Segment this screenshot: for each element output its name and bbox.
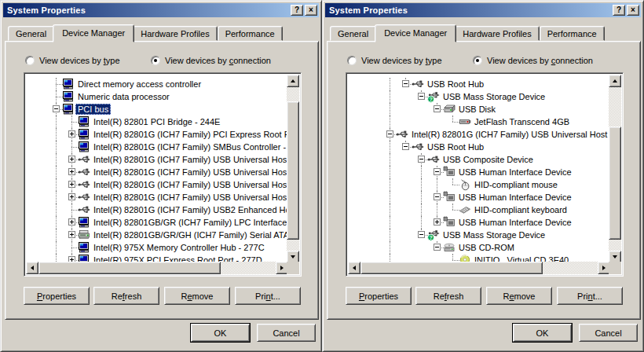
tree-row[interactable]: HID-compliant keyboard [348, 204, 610, 216]
vertical-scrollbar[interactable] [609, 75, 621, 263]
radio-view-devices-by-type[interactable]: View devices by type [25, 55, 120, 66]
tree-row[interactable]: USB Composite Device [348, 153, 610, 166]
tree-row[interactable]: Intel(R) 82801GB/GR (ICH7 Family) LPC In… [26, 216, 288, 229]
tree-row[interactable]: Intel(R) 82801G (ICH7 Family) USB Univer… [26, 153, 288, 166]
radio-view-devices-by-connection[interactable]: View devices by connection [473, 55, 593, 66]
scroll-up-button[interactable] [609, 75, 621, 87]
tree-item-label[interactable]: JetFlash Transcend 4GB [472, 116, 572, 127]
horizontal-scrollbar[interactable] [348, 262, 610, 274]
refresh-button[interactable]: Refresh [415, 287, 481, 305]
collapse-minus-box[interactable] [53, 105, 60, 112]
properties-button[interactable]: Properties [346, 287, 412, 305]
tree-row[interactable]: USB Disk [348, 103, 610, 116]
tree-item-label[interactable]: Numeric data processor [75, 91, 172, 102]
tree-row[interactable]: Intel(R) 82801G (ICH7 Family) PCI Expres… [26, 128, 288, 141]
collapse-minus-box[interactable] [418, 156, 425, 163]
expand-plus-box[interactable] [68, 218, 75, 226]
tree-item-label[interactable]: Intel(R) 82801GB/GR (ICH7 Family) LPC In… [91, 217, 288, 228]
tree-row[interactable]: Numeric data processor [26, 90, 288, 103]
scroll-up-button[interactable] [287, 75, 299, 87]
remove-button[interactable]: Remove [486, 287, 552, 305]
titlebar[interactable]: System Properties ? × [325, 3, 641, 17]
expand-plus-box[interactable] [68, 181, 75, 188]
ok-button[interactable]: OK [513, 324, 572, 342]
radio-button-icon[interactable] [347, 56, 357, 65]
tree-row[interactable]: Intel(R) 82801G (ICH7 Family) USB Univer… [26, 191, 288, 204]
tree-row[interactable]: ?USB Mass Storage Device [348, 229, 610, 241]
help-button[interactable]: ? [291, 5, 303, 16]
print-button[interactable]: Print... [235, 287, 301, 305]
tree-item-label[interactable]: HID-compliant mouse [472, 179, 560, 190]
tree-item-label[interactable]: Intel(R) 975X Memory Controller Hub - 27… [91, 242, 267, 253]
tree-item-label[interactable]: Intel(R) 82801G (ICH7 Family) USB Univer… [91, 167, 288, 178]
collapse-minus-box[interactable] [434, 244, 441, 251]
tab-device-manager[interactable]: Device Manager [375, 24, 456, 42]
tree-item-label[interactable]: USB Human Interface Device [456, 217, 574, 228]
tree-item-label[interactable]: Intel(R) 82801G (ICH7 Family) SMBus Cont… [91, 141, 288, 152]
tree-row[interactable]: USB Human Interface Device [348, 191, 610, 204]
tree-item-label[interactable]: Direct memory access controller [75, 79, 203, 90]
tab-hardware-profiles[interactable]: Hardware Profiles [455, 26, 539, 41]
tree-item-label[interactable]: USB Root Hub [425, 141, 486, 152]
collapse-minus-box[interactable] [418, 231, 425, 238]
radio-button-icon[interactable] [473, 56, 482, 65]
close-button[interactable]: × [627, 5, 639, 16]
tree-item-label[interactable]: USB Root Hub [425, 79, 486, 90]
expand-plus-box[interactable] [68, 193, 75, 200]
tree-row[interactable]: Intel(R) 82801GB/GR/GH (ICH7 Family) Ser… [26, 229, 288, 241]
cancel-button[interactable]: Cancel [257, 324, 316, 342]
vertical-scrollbar-thumb[interactable] [609, 126, 621, 240]
titlebar[interactable]: System Properties ? × [3, 3, 319, 17]
expand-plus-box[interactable] [68, 168, 75, 175]
cancel-button[interactable]: Cancel [579, 324, 638, 342]
collapse-minus-box[interactable] [434, 193, 441, 200]
tree-item-label[interactable]: USB Composite Device [441, 154, 536, 165]
tree-item-label[interactable]: Intel(R) 82801G (ICH7 Family) PCI Expres… [91, 129, 288, 140]
ok-button[interactable]: OK [191, 324, 250, 342]
expand-plus-box[interactable] [68, 156, 75, 163]
radio-button-icon[interactable] [25, 56, 35, 65]
collapse-minus-box[interactable] [434, 168, 441, 175]
tree-row[interactable]: Intel(R) 82801G (ICH7 Family) SMBus Cont… [26, 141, 288, 153]
expand-plus-box[interactable] [434, 218, 441, 226]
horizontal-scrollbar-thumb[interactable] [38, 262, 221, 274]
radio-view-devices-by-connection[interactable]: View devices by connection [151, 55, 271, 66]
tree-item-label[interactable]: Intel(R) 82801 PCI Bridge - 244E [91, 116, 222, 127]
tree-row[interactable]: HID-compliant mouse [348, 178, 610, 191]
vertical-scrollbar-thumb[interactable] [287, 101, 299, 240]
tree-row[interactable]: Intel(R) 82801 PCI Bridge - 244E [26, 116, 288, 128]
tree-item-label[interactable]: USB Mass Storage Device [441, 91, 547, 102]
tab-device-manager[interactable]: Device Manager [53, 24, 134, 42]
tree-row[interactable]: USB CD-ROM [348, 241, 610, 254]
expand-plus-box[interactable] [68, 231, 75, 238]
tree-row[interactable]: Intel(R) 82801G (ICH7 Family) USB Univer… [26, 178, 288, 191]
print-button[interactable]: Print... [557, 287, 623, 305]
tree-row[interactable]: Intel(R) 82801G (ICH7 Family) USB Univer… [26, 166, 288, 178]
tree-row[interactable]: PCI bus [26, 103, 288, 116]
collapse-minus-box[interactable] [434, 105, 441, 112]
tab-general[interactable]: General [8, 26, 54, 41]
tree-item-label[interactable]: USB CD-ROM [456, 242, 517, 253]
tree-item-label[interactable]: USB Human Interface Device [456, 192, 574, 203]
horizontal-scrollbar[interactable] [26, 262, 288, 274]
tree-row[interactable]: USB Human Interface Device [348, 216, 610, 229]
tab-hardware-profiles[interactable]: Hardware Profiles [133, 26, 217, 41]
tab-performance[interactable]: Performance [218, 26, 283, 41]
scroll-left-button[interactable] [348, 262, 360, 274]
tree-row[interactable]: USB Root Hub [348, 78, 610, 90]
tree-item-label[interactable]: Intel(R) 82801G (ICH7 Family) USB Univer… [91, 192, 288, 203]
tree-row[interactable]: Intel(R) 975X Memory Controller Hub - 27… [26, 241, 288, 254]
help-button[interactable]: ? [613, 5, 625, 16]
vertical-scrollbar[interactable] [287, 75, 299, 263]
radio-view-devices-by-type[interactable]: View devices by type [347, 55, 442, 66]
tree-item-label[interactable]: USB Disk [456, 104, 498, 115]
horizontal-scrollbar-thumb[interactable] [360, 262, 543, 274]
tab-general[interactable]: General [330, 26, 376, 41]
collapse-minus-box[interactable] [418, 93, 425, 100]
tab-performance[interactable]: Performance [540, 26, 605, 41]
collapse-minus-box[interactable] [402, 143, 409, 150]
tree-row[interactable]: Intel(R) 82801G (ICH7 Family) USB2 Enhan… [26, 204, 288, 216]
tree-item-label[interactable]: Intel(R) 82801GB/GR/GH (ICH7 Family) Ser… [91, 229, 288, 240]
tree-item-label[interactable]: HID-compliant keyboard [472, 204, 569, 215]
tree-row[interactable]: USB Human Interface Device [348, 166, 610, 178]
